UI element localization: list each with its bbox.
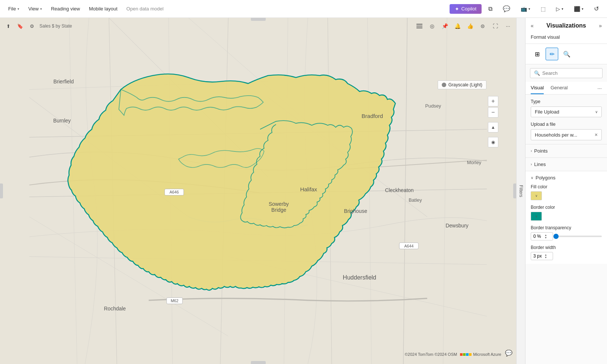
presentation-icon: ▷ xyxy=(556,6,560,12)
svg-text:Rochdale: Rochdale xyxy=(104,306,126,312)
type-label: Type xyxy=(531,99,602,104)
border-width-input[interactable] xyxy=(533,253,544,259)
border-transparency-row: ▲ ▼ xyxy=(531,232,602,240)
map-toolbar-right: ◎ 📌 🔔 👍 ⊜ ⛶ ··· xyxy=(414,21,513,31)
transparency-slider-thumb[interactable] xyxy=(553,234,559,239)
border-color-swatch[interactable]: ∨ xyxy=(531,212,542,221)
like-icon-btn[interactable]: 👍 xyxy=(465,21,475,31)
grayscale-label: Grayscale (Light) xyxy=(448,82,482,87)
presentation-button[interactable]: ▷ ▾ xyxy=(552,4,567,13)
presentation-chevron-icon: ▾ xyxy=(562,7,563,11)
reading-view-button[interactable]: Reading view xyxy=(47,4,84,13)
view-menu-label: View xyxy=(28,6,39,12)
points-label: Points xyxy=(534,148,547,154)
azure-logo: Microsoft Azure xyxy=(460,352,501,357)
search-icon: 🔍 xyxy=(534,70,540,76)
upload-file-section: Upload a file Households per w... × xyxy=(525,122,607,144)
transparency-slider[interactable] xyxy=(556,236,602,237)
upload-field[interactable]: Households per w... × xyxy=(531,129,602,140)
pin-icon-btn[interactable]: 📌 xyxy=(440,21,450,31)
grid-format-button[interactable]: ⊞ xyxy=(531,48,543,60)
lines-chevron-icon: › xyxy=(531,162,532,166)
svg-text:Sowerby: Sowerby xyxy=(269,201,289,207)
map-chat-icon[interactable]: 💬 xyxy=(505,349,512,357)
refresh-button[interactable]: ↺ xyxy=(590,4,603,14)
resize-handle-right[interactable] xyxy=(513,183,516,198)
copilot-button[interactable]: ✦ Copilot xyxy=(450,4,482,14)
azure-sq-green xyxy=(463,353,466,356)
location-icon[interactable]: ◉ xyxy=(488,137,498,147)
grid-icon: ⊞ xyxy=(535,51,540,58)
save-icon: ⬛ xyxy=(574,6,580,12)
svg-text:Morley: Morley xyxy=(467,160,482,165)
points-accordion-header[interactable]: › Points xyxy=(525,144,607,157)
panel-collapse-button[interactable]: « xyxy=(531,23,534,29)
fill-color-swatch[interactable]: ∨ xyxy=(531,191,542,200)
share-button[interactable]: ⬚ xyxy=(537,4,549,13)
polygons-title-row[interactable]: ∨ Polygons xyxy=(531,175,602,181)
tab-visual[interactable]: Visual xyxy=(531,82,544,94)
tab-general[interactable]: General xyxy=(550,82,568,94)
upload-label: Upload a file xyxy=(531,122,602,127)
resize-handle-top[interactable] xyxy=(251,18,266,21)
svg-text:Brierfield: Brierfield xyxy=(53,79,74,84)
map-area[interactable]: A646 A644 M62 Burnley Brierfield Bradfor… xyxy=(0,18,516,364)
upload-clear-button[interactable]: × xyxy=(595,132,598,138)
bookmark-icon-btn[interactable]: 🔖 xyxy=(15,21,25,31)
expand-visual-icon-btn[interactable]: ⛶ xyxy=(490,21,501,31)
lines-accordion: › Lines xyxy=(525,157,607,171)
tab-more-button[interactable]: ··· xyxy=(597,85,602,91)
topbar-right: ✦ Copilot ⧉ 💬 📺 ▾ ⬚ ▷ ▾ ⬛ ▾ ↺ xyxy=(450,4,603,14)
settings-icon-btn[interactable]: ⚙ xyxy=(27,21,37,31)
save-chevron-icon: ▾ xyxy=(582,7,584,11)
transparency-up-arrow[interactable]: ▲ xyxy=(544,234,547,236)
more-options-icon-btn[interactable]: ··· xyxy=(503,21,513,31)
hamburger-menu-icon[interactable] xyxy=(414,22,425,31)
compass-icon[interactable]: ▲ xyxy=(488,122,498,132)
transparency-arrows: ▲ ▼ xyxy=(544,234,547,239)
zoom-in-button[interactable]: + xyxy=(488,96,498,106)
panel-header: « Visualizations » xyxy=(525,18,607,32)
transparency-down-arrow[interactable]: ▼ xyxy=(544,236,547,239)
type-dropdown[interactable]: File Upload ∨ xyxy=(531,106,602,117)
panel-title: Visualizations xyxy=(546,22,586,29)
binoculars-icon: ⧉ xyxy=(488,6,492,12)
focus-icon-btn[interactable]: ◎ xyxy=(427,21,437,31)
upload-icon-btn[interactable]: ⬆ xyxy=(3,21,13,31)
border-width-row: ▲ ▼ xyxy=(531,252,602,260)
border-width-input-wrap: ▲ ▼ xyxy=(531,252,553,260)
format-visual-header: Format visual xyxy=(525,32,607,44)
copilot-icon: ✦ xyxy=(455,6,459,12)
search-box[interactable]: 🔍 xyxy=(530,68,603,78)
zoom-out-button[interactable]: − xyxy=(488,107,498,118)
border-width-down-arrow[interactable]: ▼ xyxy=(544,256,547,259)
resize-handle-bottom[interactable] xyxy=(251,361,266,364)
view-menu[interactable]: View ▾ xyxy=(25,4,46,13)
border-width-up-arrow[interactable]: ▲ xyxy=(544,253,547,256)
subscribe-icon: 📺 xyxy=(521,6,527,12)
map-attribution: ©2024 TomTom ©2024 OSM Microsoft Azure xyxy=(405,352,501,357)
subscribe-button[interactable]: 📺 ▾ xyxy=(517,4,534,13)
search-input[interactable] xyxy=(542,70,598,76)
comment-button[interactable]: 💬 xyxy=(499,4,514,14)
panel-expand-button[interactable]: » xyxy=(599,23,602,29)
map-toolbar: ⬆ 🔖 ⚙ Sales $ by State ◎ 📌 🔔 👍 ⊜ ⛶ ··· xyxy=(3,21,513,31)
file-menu[interactable]: File ▾ xyxy=(4,4,23,13)
analytics-format-button[interactable]: 🔍 xyxy=(560,48,573,60)
binoculars-button[interactable]: ⧉ xyxy=(485,4,496,14)
filter-visual-icon-btn[interactable]: ⊜ xyxy=(477,21,488,31)
map-zoom-controls: + − ▲ ◉ xyxy=(488,96,498,147)
azure-sq-yellow xyxy=(469,353,472,356)
azure-sq-red xyxy=(460,353,463,356)
resize-handle-left[interactable] xyxy=(0,183,3,198)
visual-format-button[interactable]: ✏ xyxy=(546,48,558,60)
lines-accordion-header[interactable]: › Lines xyxy=(525,158,607,171)
open-data-model-button[interactable]: Open data model xyxy=(123,4,167,13)
transparency-input[interactable] xyxy=(533,234,544,239)
save-button[interactable]: ⬛ ▾ xyxy=(570,4,587,13)
border-width-label: Border width xyxy=(531,245,602,250)
upload-value: Households per w... xyxy=(535,132,577,138)
bell-icon-btn[interactable]: 🔔 xyxy=(452,21,463,31)
mobile-layout-button[interactable]: Mobile layout xyxy=(85,4,121,13)
filters-strip[interactable]: Filters xyxy=(516,18,525,364)
